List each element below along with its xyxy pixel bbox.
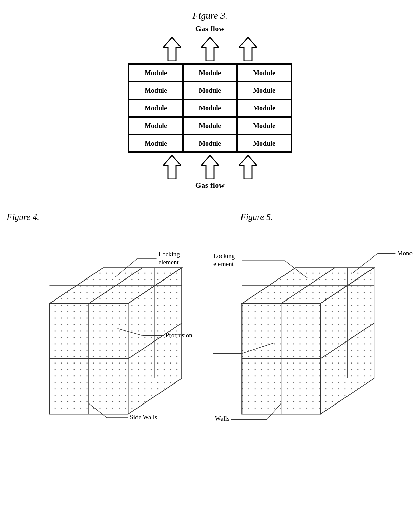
figure5-title: Figure 5.	[213, 212, 413, 222]
module-cell: Module	[129, 64, 183, 82]
module-grid: Module Module Module Module Module Modul…	[128, 63, 292, 153]
svg-marker-5	[239, 155, 257, 179]
module-cell: Module	[237, 64, 291, 82]
svg-text:Locking: Locking	[159, 251, 180, 258]
arrow-up-4	[163, 155, 181, 179]
svg-text:element: element	[159, 258, 179, 266]
svg-text:Monolith: Monolith	[397, 250, 413, 257]
module-cell: Module	[183, 117, 237, 134]
module-cell: Module	[183, 134, 237, 152]
svg-marker-4	[201, 155, 219, 179]
gas-flow-top-label: Gas flow	[195, 24, 225, 33]
arrow-up-3	[239, 37, 257, 61]
svg-text:Protrusion: Protrusion	[166, 332, 193, 339]
top-arrows-row	[163, 37, 257, 61]
module-cell: Module	[183, 99, 237, 117]
arrow-up-2	[201, 37, 219, 61]
svg-text:Locking: Locking	[213, 252, 235, 260]
figure4-section: Figure 4.	[7, 212, 207, 448]
svg-marker-2	[239, 37, 257, 61]
module-cell: Module	[129, 117, 183, 134]
figures-bottom-row: Figure 4.	[0, 212, 420, 448]
figure3-title: Figure 3.	[192, 10, 227, 21]
svg-marker-1	[201, 37, 219, 61]
figure4-diagram: Locking element Protrusion Side Walls	[7, 225, 207, 446]
module-cell: Module	[237, 117, 291, 134]
module-cell: Module	[129, 134, 183, 152]
svg-text:Side Walls: Side Walls	[213, 415, 229, 422]
arrow-up-1	[163, 37, 181, 61]
figure4-title: Figure 4.	[7, 212, 207, 222]
figure5-section: Figure 5.	[213, 212, 413, 448]
svg-marker-3	[163, 155, 181, 179]
module-cell: Module	[237, 99, 291, 117]
figure3-section: Figure 3. Gas flow Module Module Module …	[0, 0, 420, 192]
module-cell: Module	[183, 82, 237, 99]
svg-text:element: element	[213, 260, 234, 267]
arrow-up-6	[239, 155, 257, 179]
arrow-up-5	[201, 155, 219, 179]
svg-marker-0	[163, 37, 181, 61]
bottom-arrows-row	[163, 155, 257, 179]
module-cell: Module	[183, 64, 237, 82]
module-cell: Module	[129, 82, 183, 99]
module-cell: Module	[237, 82, 291, 99]
svg-text:Side Walls: Side Walls	[130, 414, 157, 421]
module-cell: Module	[237, 134, 291, 152]
module-cell: Module	[129, 99, 183, 117]
figure5-diagram: Monolith Locking element Protrusion Side…	[213, 225, 413, 446]
gas-flow-bottom-label: Gas flow	[195, 181, 225, 190]
